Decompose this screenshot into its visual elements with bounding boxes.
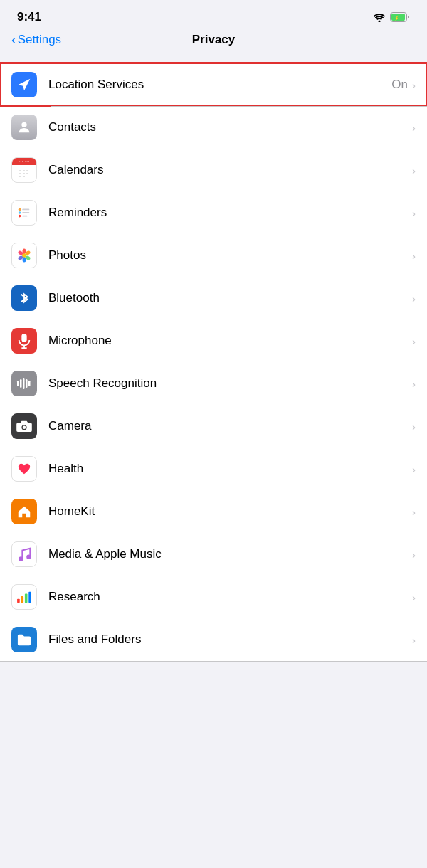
svg-rect-12	[23, 176, 25, 177]
svg-point-13	[19, 208, 21, 211]
svg-rect-39	[21, 596, 24, 603]
page-title: Privacy	[192, 33, 236, 47]
microphone-label: Microphone	[48, 334, 412, 348]
chevron-icon: ›	[412, 634, 416, 646]
location-services-label: Location Services	[48, 78, 391, 92]
bluetooth-symbol-icon	[19, 290, 30, 306]
row-photos[interactable]: Photos ›	[0, 234, 427, 277]
calendars-label: Calendars	[48, 163, 412, 177]
chevron-icon: ›	[412, 122, 416, 134]
chevron-icon: ›	[412, 506, 416, 518]
section-gap	[0, 55, 427, 63]
svg-point-35	[23, 426, 26, 430]
research-chart-icon	[16, 591, 32, 603]
microphone-icon	[11, 328, 37, 354]
settings-list: Location Services On › Contacts › ••• ••…	[0, 63, 427, 662]
speech-recognition-label: Speech Recognition	[48, 376, 412, 391]
svg-rect-9	[23, 173, 25, 174]
location-services-value: On	[391, 78, 408, 92]
health-label: Health	[48, 462, 412, 476]
back-label: Settings	[18, 33, 61, 47]
photos-icon	[11, 243, 37, 268]
back-button[interactable]: ‹ Settings	[11, 32, 61, 48]
files-folders-icon	[11, 627, 37, 652]
row-bluetooth[interactable]: Bluetooth ›	[0, 277, 427, 319]
row-health[interactable]: Health ›	[0, 448, 427, 490]
contacts-icon	[11, 115, 37, 140]
battery-icon: ⚡	[390, 12, 410, 22]
media-music-icon	[11, 541, 37, 567]
calendars-icon: ••• •••	[11, 157, 37, 183]
home-symbol-icon	[16, 504, 32, 519]
chevron-icon: ›	[412, 549, 416, 561]
contacts-person-icon	[16, 120, 32, 135]
reminders-list-icon	[16, 205, 32, 221]
row-microphone[interactable]: Microphone ›	[0, 319, 427, 362]
location-services-icon	[11, 72, 37, 97]
chevron-icon: ›	[412, 79, 416, 91]
row-reminders[interactable]: Reminders ›	[0, 191, 427, 234]
svg-point-0	[379, 20, 381, 22]
chevron-icon: ›	[412, 164, 416, 176]
chevron-icon: ›	[412, 250, 416, 262]
health-heart-icon	[16, 462, 32, 476]
wifi-icon	[373, 13, 386, 22]
photos-label: Photos	[48, 248, 412, 263]
row-homekit[interactable]: HomeKit ›	[0, 490, 427, 533]
homekit-label: HomeKit	[48, 504, 412, 519]
chevron-icon: ›	[412, 207, 416, 219]
svg-point-37	[26, 554, 31, 559]
svg-rect-33	[28, 381, 31, 386]
row-location-services[interactable]: Location Services On ›	[0, 63, 427, 106]
status-bar: 9:41 ⚡	[0, 0, 427, 30]
svg-rect-30	[20, 379, 22, 388]
chevron-icon: ›	[412, 420, 416, 433]
row-speech-recognition[interactable]: Speech Recognition ›	[0, 362, 427, 405]
svg-rect-38	[17, 599, 20, 603]
contacts-label: Contacts	[48, 120, 412, 134]
svg-point-14	[19, 211, 21, 214]
reminders-icon	[11, 200, 37, 226]
speech-recognition-icon	[11, 371, 37, 396]
row-files-and-folders[interactable]: Files and Folders ›	[0, 618, 427, 661]
nav-bar: ‹ Settings Privacy	[0, 30, 427, 55]
svg-rect-17	[22, 212, 29, 213]
svg-point-23	[23, 258, 26, 263]
calendars-grid-icon	[19, 169, 30, 178]
svg-rect-7	[26, 170, 28, 171]
svg-rect-31	[23, 378, 25, 389]
speech-waveform-icon	[16, 376, 32, 391]
row-calendars[interactable]: ••• ••• Calendars ›	[0, 149, 427, 191]
status-icons: ⚡	[373, 12, 410, 22]
svg-point-15	[19, 215, 21, 218]
camera-label: Camera	[48, 419, 412, 433]
photos-flower-icon	[16, 247, 33, 264]
files-and-folders-label: Files and Folders	[48, 633, 412, 647]
reminders-label: Reminders	[48, 206, 412, 220]
folder-symbol-icon	[16, 633, 33, 647]
homekit-icon	[11, 499, 37, 524]
svg-rect-10	[26, 173, 28, 174]
bluetooth-icon	[11, 285, 37, 311]
chevron-icon: ›	[412, 335, 416, 347]
row-media-apple-music[interactable]: Media & Apple Music ›	[0, 533, 427, 576]
camera-symbol-icon	[16, 420, 32, 433]
svg-rect-16	[22, 209, 29, 211]
row-contacts[interactable]: Contacts ›	[0, 106, 427, 149]
media-apple-music-label: Media & Apple Music	[48, 547, 412, 561]
status-time: 9:41	[17, 10, 41, 24]
microphone-symbol-icon	[17, 333, 31, 349]
row-camera[interactable]: Camera ›	[0, 405, 427, 448]
svg-rect-6	[23, 170, 25, 171]
row-research[interactable]: Research ›	[0, 576, 427, 618]
chevron-icon: ›	[412, 463, 416, 475]
music-note-icon	[18, 546, 31, 562]
svg-rect-5	[19, 170, 21, 171]
svg-rect-32	[26, 379, 28, 388]
svg-point-4	[21, 122, 26, 127]
svg-rect-8	[19, 173, 21, 174]
svg-text:⚡: ⚡	[394, 15, 400, 21]
research-label: Research	[48, 590, 412, 604]
chevron-icon: ›	[412, 292, 416, 305]
svg-rect-41	[28, 592, 31, 603]
